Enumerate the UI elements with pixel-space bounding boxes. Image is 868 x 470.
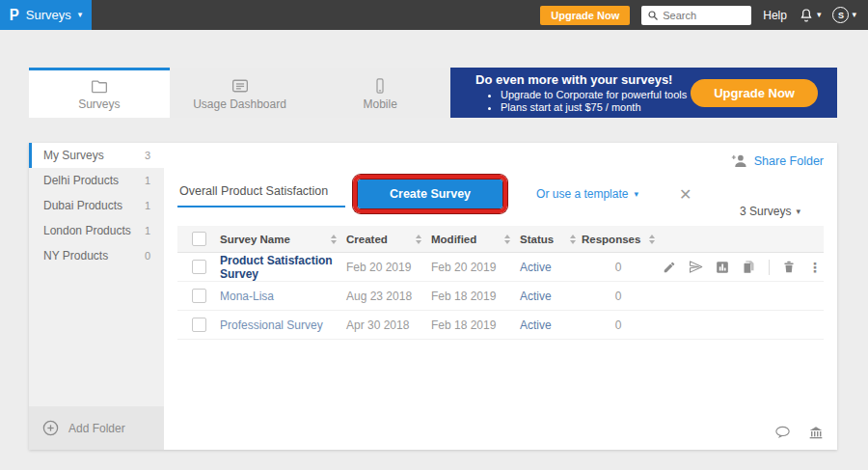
table-row: Product Satisfaction Survey Feb 20 2019 … xyxy=(177,253,824,282)
notifications-button[interactable]: ▾ xyxy=(799,8,822,23)
use-template-link[interactable]: Or use a template ▾ xyxy=(536,187,638,201)
chevron-down-icon: ▾ xyxy=(796,207,800,216)
sort-icon[interactable] xyxy=(416,235,421,244)
tab-label: Mobile xyxy=(364,97,397,111)
sidebar-item-my-surveys[interactable]: My Surveys 3 xyxy=(29,143,164,168)
bell-icon xyxy=(799,8,814,23)
sidebar-item-london-products[interactable]: London Products 1 xyxy=(29,218,164,243)
status-badge[interactable]: Active xyxy=(520,318,552,332)
add-folder-button[interactable]: Add Folder xyxy=(29,406,164,450)
surveys-panel: My Surveys 3 Delhi Products 1 Dubai Prod… xyxy=(29,143,837,450)
sort-icon[interactable] xyxy=(504,235,510,244)
duplicate-icon[interactable] xyxy=(742,260,756,274)
responses-count: 0 xyxy=(582,261,655,274)
chevron-down-icon: ▾ xyxy=(817,11,822,19)
folder-icon xyxy=(90,77,109,95)
survey-name-link[interactable]: Mona-Lisa xyxy=(220,290,274,303)
chevron-down-icon: ▾ xyxy=(78,11,83,19)
sort-icon[interactable] xyxy=(570,235,576,244)
created-date: Apr 30 2018 xyxy=(346,318,409,332)
banner-upgrade-button[interactable]: Upgrade Now xyxy=(691,79,818,107)
avatar: S xyxy=(832,7,849,23)
table-header-row: Survey Name Created Modified Status Resp… xyxy=(177,226,824,253)
top-bar: P Surveys ▾ Upgrade Now Help ▾ S ▾ xyxy=(0,0,868,30)
app-menu-label: Surveys xyxy=(26,8,71,22)
sidebar-item-dubai-products[interactable]: Dubai Products 1 xyxy=(29,193,164,218)
responses-count: 0 xyxy=(582,318,655,332)
modified-date: Feb 18 2019 xyxy=(431,290,496,303)
more-options-icon[interactable]: ⋮ xyxy=(808,260,822,275)
mobile-icon xyxy=(371,77,389,95)
survey-name-link[interactable]: Professional Survey xyxy=(220,318,323,332)
header-status: Status xyxy=(520,234,554,245)
share-folder-label: Share Folder xyxy=(754,154,824,168)
folder-content: Share Folder Create Survey Or use a temp… xyxy=(164,143,837,450)
created-date: Aug 23 2018 xyxy=(346,290,412,303)
share-folder-button[interactable]: Share Folder xyxy=(731,153,824,168)
person-add-icon xyxy=(731,153,747,168)
dashboard-icon xyxy=(231,77,250,95)
status-badge[interactable]: Active xyxy=(520,261,552,274)
row-actions: ⋮ xyxy=(655,260,824,275)
sort-icon[interactable] xyxy=(331,235,337,244)
folders-sidebar: My Surveys 3 Delhi Products 1 Dubai Prod… xyxy=(29,143,164,450)
folder-count: 0 xyxy=(145,250,150,262)
surveys-count-label: 3 Surveys xyxy=(740,205,791,218)
row-checkbox[interactable] xyxy=(192,289,206,303)
surveys-table: Survey Name Created Modified Status Resp… xyxy=(177,226,824,340)
sidebar-item-ny-products[interactable]: NY Products 0 xyxy=(29,243,164,268)
folder-count: 3 xyxy=(145,150,150,161)
status-badge[interactable]: Active xyxy=(520,290,552,303)
sidebar-item-delhi-products[interactable]: Delhi Products 1 xyxy=(29,168,164,193)
surveys-count-dropdown[interactable]: 3 Surveys ▾ xyxy=(740,205,800,218)
upgrade-now-button[interactable]: Upgrade Now xyxy=(540,6,630,25)
header-modified: Modified xyxy=(431,234,476,245)
folder-count: 1 xyxy=(145,225,150,236)
create-survey-button[interactable]: Create Survey xyxy=(358,180,502,208)
row-checkbox[interactable] xyxy=(192,260,206,274)
actions-divider xyxy=(769,260,770,275)
header-survey-name: Survey Name xyxy=(220,234,290,245)
search-icon xyxy=(647,10,659,21)
modified-date: Feb 20 2019 xyxy=(431,261,496,274)
tab-mobile[interactable]: Mobile xyxy=(310,68,450,118)
banner-title: Do even more with your surveys! xyxy=(475,72,691,87)
row-checkbox[interactable] xyxy=(192,318,206,332)
help-link[interactable]: Help xyxy=(763,9,787,22)
tab-usage-dashboard[interactable]: Usage Dashboard xyxy=(170,68,311,118)
tab-surveys[interactable]: Surveys xyxy=(29,68,170,118)
responses-count: 0 xyxy=(582,290,655,303)
select-all-checkbox[interactable] xyxy=(192,232,206,246)
survey-name-input[interactable] xyxy=(177,180,345,207)
folder-label: London Products xyxy=(43,224,131,237)
use-template-label: Or use a template xyxy=(536,187,628,201)
account-menu[interactable]: S ▾ xyxy=(832,7,856,23)
folder-label: Delhi Products xyxy=(43,174,119,187)
banner-bullet: Upgrade to Corporate for powerful tools xyxy=(501,89,691,100)
archive-bank-icon[interactable] xyxy=(808,425,824,440)
annotation-highlight: Create Survey xyxy=(353,175,507,213)
close-icon[interactable]: ✕ xyxy=(679,185,692,204)
plus-circle-icon xyxy=(41,419,60,437)
reports-icon[interactable] xyxy=(716,261,729,274)
folder-label: Dubai Products xyxy=(43,199,122,212)
edit-icon[interactable] xyxy=(663,261,676,274)
folder-label: NY Products xyxy=(43,249,108,263)
create-survey-row: Create Survey Or use a template ▾ ✕ xyxy=(177,175,692,213)
sort-icon[interactable] xyxy=(649,235,655,244)
folder-label: My Surveys xyxy=(43,149,104,162)
promo-banner: Do even more with your surveys! Upgrade … xyxy=(450,68,837,118)
search-input[interactable] xyxy=(663,10,740,21)
app-menu-surveys[interactable]: P Surveys ▾ xyxy=(0,0,92,30)
folder-count: 1 xyxy=(145,200,150,211)
tab-strip: Surveys Usage Dashboard Mobile xyxy=(29,68,450,118)
comment-icon[interactable] xyxy=(774,426,791,439)
tab-label: Usage Dashboard xyxy=(193,97,286,111)
table-row: Professional Survey Apr 30 2018 Feb 18 2… xyxy=(177,311,824,340)
created-date: Feb 20 2019 xyxy=(346,261,411,274)
delete-icon[interactable] xyxy=(782,260,796,274)
banner-bullet: Plans start at just $75 / month xyxy=(501,101,691,113)
survey-name-link[interactable]: Product Satisfaction Survey xyxy=(220,254,337,281)
search-box[interactable] xyxy=(641,6,751,25)
send-icon[interactable] xyxy=(689,260,703,274)
